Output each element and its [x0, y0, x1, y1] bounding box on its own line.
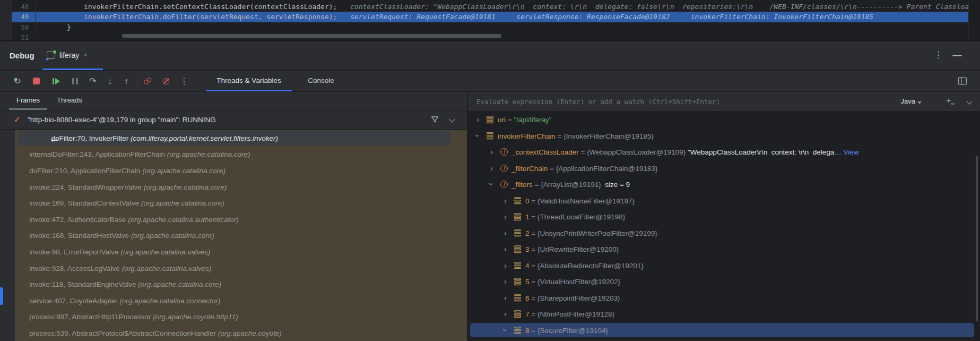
chevron-collapsed-icon[interactable]: › [504, 212, 507, 220]
variable-name: _filterChain [511, 164, 548, 172]
stack-frame-row[interactable]: internalDoFilter:243, ApplicationFilterC… [15, 147, 467, 163]
toolbar-separator [47, 76, 47, 86]
stack-frame-row[interactable]: service:407, CoyoteAdapter (org.apache.c… [15, 293, 467, 309]
variable-row[interactable]: f [468, 338, 980, 341]
variable-text: _filters = {ArrayList@19191} size = 9 [511, 181, 630, 189]
chevron-collapsed-icon[interactable]: › [504, 277, 507, 285]
debug-session-tab[interactable]: liferay × [42, 41, 103, 70]
resume-button[interactable] [51, 71, 61, 91]
variables-scrollbar[interactable] [976, 156, 978, 321]
variable-row[interactable]: ›8 = {SecureFilter@19104} [468, 322, 980, 339]
chevron-expanded-icon[interactable]: › [474, 134, 482, 137]
rerun-debugger-button[interactable]: ↻ [13, 71, 22, 91]
chevron-collapsed-icon[interactable]: › [504, 294, 507, 302]
chevron-down-icon[interactable] [449, 116, 455, 122]
variable-row[interactable]: ›1 = {ThreadLocalFilter@19198} [468, 209, 980, 225]
value-string: "/api/liferay" [514, 116, 551, 124]
variable-icon-bar [514, 232, 521, 234]
tab-threads-and-variables[interactable]: Threads & Variables [206, 71, 292, 91]
close-icon[interactable]: × [83, 51, 88, 59]
variable-row[interactable]: ›f_contextClassLoader = {WebappClassLoad… [468, 144, 980, 160]
stack-frame-row[interactable]: invoke:118, StandardEngineValve (org.apa… [15, 276, 467, 293]
stack-frame-row[interactable]: invoke:169, StandardContextValve (org.ap… [15, 195, 467, 211]
stack-frame-row[interactable]: invoke:168, StandardHostValve (org.apach… [15, 228, 467, 244]
variable-row[interactable]: ›uri = "/api/liferay" [468, 112, 980, 128]
thread-selector-row[interactable]: ✓ "http-bio-8080-exec-4"@19,179 in group… [0, 110, 467, 130]
code-line[interactable]: } [67, 22, 71, 33]
chevron-collapsed-icon[interactable]: › [504, 245, 507, 253]
filter-frames-icon[interactable] [431, 116, 439, 126]
inline-debugger-hint: servletRequest: RequestFacade@19181 serv… [350, 12, 873, 22]
variable-icon-bar [514, 262, 521, 264]
stack-frame-row[interactable]: doFilter:210, ApplicationFilterChain (or… [15, 163, 467, 179]
stack-frame-row[interactable]: invoke:224, StandardWrapperValve (org.ap… [15, 179, 467, 195]
variable-text: 1 = {ThreadLocalFilter@19198} [525, 213, 625, 221]
rerun-green-dot [14, 79, 16, 81]
variable-row[interactable]: ›3 = {UrlRewriteFilter@19200} [468, 241, 980, 258]
variable-icon-bar [514, 216, 521, 218]
editor-horizontal-scrollbar[interactable] [122, 34, 501, 38]
stack-frame-row[interactable]: process:539, AbstractProtocol$AbstractCo… [15, 325, 467, 341]
chevron-collapsed-icon[interactable]: › [490, 148, 493, 156]
variable-text: _filterChain = {ApplicationFilterChain@1… [511, 164, 657, 172]
stack-frame-row[interactable]: invoke:472, AuthenticatorBase (org.apach… [15, 211, 467, 228]
chevron-expanded-icon[interactable]: › [501, 329, 509, 331]
layout-settings-icon[interactable] [958, 77, 967, 85]
variable-icon-bar [514, 219, 521, 221]
chevron-expanded-icon[interactable]: › [488, 183, 496, 185]
chevron-collapsed-icon[interactable]: › [504, 197, 507, 204]
variable-row[interactable]: ›6 = {SharepointFilter@19203} [468, 290, 980, 306]
step-over-button[interactable]: ↷ [88, 71, 98, 91]
toolbar-separator [137, 76, 137, 86]
variable-row[interactable]: ›f_filterChain = {ApplicationFilterChain… [468, 160, 980, 177]
toolbar-more-icon[interactable]: ⋮ [179, 71, 189, 91]
variable-row[interactable]: ›invokerFilterChain = {InvokerFilterChai… [468, 128, 980, 144]
tab-threads[interactable]: Threads [53, 92, 86, 110]
value-ref: … [834, 148, 843, 156]
session-tab-label: liferay [59, 51, 79, 59]
stack-frame-row[interactable]: invoke:98, ErrorReportValve (org.apache.… [15, 244, 467, 260]
code-line[interactable]: invokerFilterChain.setContextClassLoader… [84, 2, 337, 12]
variable-row[interactable]: ›0 = {ValidHostNameFilter@19197} [468, 193, 980, 209]
variable-name: 5 [525, 278, 530, 286]
mute-breakpoints-button[interactable] [161, 71, 171, 91]
value-link[interactable]: View [844, 148, 859, 156]
chevron-collapsed-icon[interactable]: › [504, 229, 507, 237]
value-ref: {ValidHostNameFilter@19197} [537, 197, 635, 204]
variable-icon [514, 246, 521, 253]
evaluate-expression-input[interactable] [476, 92, 880, 111]
evaluate-language-selector[interactable]: Java [901, 92, 915, 112]
variable-icon-bar [514, 200, 521, 202]
value-ref: {ThreadLocalFilter@19198} [537, 213, 625, 221]
code-line[interactable]: invokerFilterChain.doFilter(servletReque… [84, 12, 337, 22]
chevron-collapsed-icon[interactable]: › [490, 164, 493, 172]
chevron-collapsed-icon[interactable]: › [504, 261, 507, 269]
equals-sign: = [556, 132, 563, 140]
step-out-button[interactable]: ↑ [122, 71, 131, 91]
tab-frames[interactable]: Frames [9, 92, 47, 110]
variable-icon [514, 294, 521, 302]
add-watch-icon[interactable]: +∞ [946, 92, 955, 112]
variable-row[interactable]: ›5 = {VirtualHostFilter@19202} [468, 274, 980, 290]
more-options-icon[interactable]: ⋮ [934, 41, 942, 70]
stack-frame-row[interactable]: invoke:928, AccessLogValve (org.apache.c… [15, 260, 467, 277]
thread-label: "http-bio-8080-exec-4"@19,179 in group "… [28, 110, 216, 130]
step-into-button[interactable]: ↓ [105, 71, 115, 91]
view-breakpoints-button[interactable] [143, 71, 152, 91]
stack-frame-row[interactable]: ↩doFilter:70, InvokerFilter (com.liferay… [15, 130, 467, 147]
minimize-icon[interactable] [952, 55, 962, 56]
variable-row[interactable]: ›2 = {UnsyncPrintWriterPoolFilter@19199} [468, 225, 980, 242]
variable-row[interactable]: ›7 = {NtlmPostFilter@19128} [468, 306, 980, 322]
stop-button[interactable] [31, 71, 41, 91]
chevron-collapsed-icon[interactable]: › [504, 310, 507, 318]
expand-evaluate-chevron-icon[interactable] [966, 98, 972, 104]
variable-row[interactable]: ›4 = {AbsoluteRedirectsFilter@19201} [468, 258, 980, 274]
chevron-collapsed-icon[interactable]: › [476, 115, 479, 123]
pause-button[interactable] [70, 71, 80, 91]
tab-console[interactable]: Console [302, 71, 340, 91]
inline-debugger-hint: contextClassLoader: "WebappClassLoader\r… [350, 2, 980, 12]
variables-panel: Java +∞ ›uri = "/api/liferay"›invokerFil… [468, 92, 980, 341]
variable-row[interactable]: ›f_filters = {ArrayList@19191} size = 9 [468, 176, 980, 193]
stack-frame-row[interactable]: process:987, AbstractHttp11Processor (or… [15, 309, 467, 326]
variable-text: uri = "/api/liferay" [498, 116, 552, 124]
